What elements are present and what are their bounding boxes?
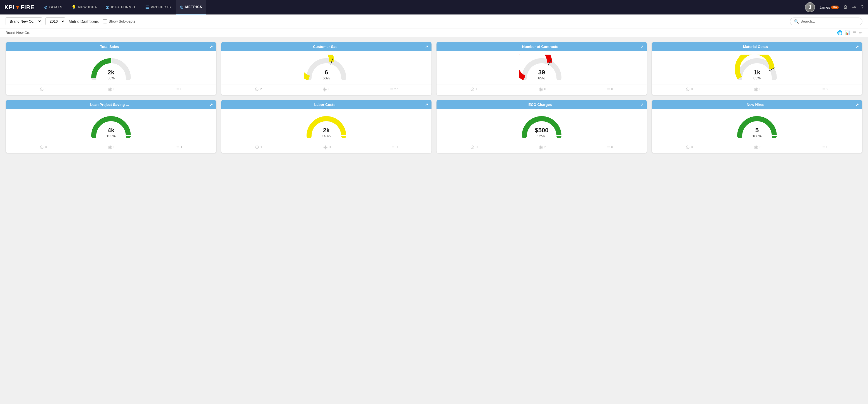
footer-item-new-hires-compass[interactable]: ⊙0	[686, 144, 693, 150]
gauge-eco-charges: $500125%	[519, 112, 564, 138]
expand-icon-labor-costs[interactable]: ↗	[425, 103, 428, 107]
footer-item-customer-sat-list[interactable]: ≡27	[390, 87, 398, 92]
svg-line-5	[341, 135, 346, 136]
expand-icon-material-costs[interactable]: ↗	[856, 44, 859, 49]
card-title-customer-sat: Customer Sat	[224, 44, 425, 49]
breadcrumb-bar: Brand New Co. 🌐 📊 ☰ ✏	[0, 28, 868, 37]
footer-item-lean-project-saving-gauge[interactable]: ◉0	[108, 144, 116, 150]
gauge-pct-lean-project-saving: 133%	[106, 134, 116, 138]
card-footer-labor-costs: ⊙1◉0≡0	[221, 142, 432, 153]
gauge-icon: ◉	[323, 144, 328, 150]
card-body-material-costs: 1k83%	[652, 51, 862, 84]
help-icon[interactable]: ?	[861, 4, 864, 10]
footer-item-labor-costs-list[interactable]: ≡0	[392, 144, 398, 150]
settings-icon[interactable]: ⚙	[843, 4, 848, 10]
edit-icon[interactable]: ✏	[859, 30, 862, 35]
show-subdepts-checkbox[interactable]	[103, 19, 107, 24]
card-body-total-sales: 2k50%	[6, 51, 216, 84]
gauge-value-total-sales: 2k	[107, 69, 115, 76]
chart-icon[interactable]: 📊	[845, 30, 850, 35]
compass-icon: ⊙	[686, 86, 690, 92]
footer-count-total-sales-compass: 1	[45, 87, 47, 91]
gauge-value-material-costs: 1k	[753, 69, 761, 76]
gauge-icon: ◉	[538, 144, 543, 150]
footer-item-labor-costs-gauge[interactable]: ◉0	[323, 144, 331, 150]
breadcrumb: Brand New Co.	[6, 31, 30, 35]
footer-item-number-of-contracts-list[interactable]: ≡0	[607, 87, 613, 92]
year-select[interactable]: 2016 2017 2018	[45, 17, 65, 25]
company-select[interactable]: Brand New Co.	[6, 17, 42, 25]
footer-item-new-hires-list[interactable]: ≡0	[822, 144, 828, 150]
logout-icon[interactable]: ⇥	[852, 4, 856, 10]
globe-icon[interactable]: 🌐	[837, 30, 843, 35]
metrics-icon: ◎	[180, 5, 184, 9]
svg-line-7	[772, 135, 777, 136]
card-title-number-of-contracts: Number of Contracts	[440, 44, 641, 49]
search-box[interactable]: 🔍	[790, 18, 862, 25]
gauge-pct-new-hires: 100%	[752, 134, 762, 138]
footer-item-labor-costs-compass[interactable]: ⊙1	[255, 144, 262, 150]
goals-icon: ⊙	[44, 5, 48, 9]
footer-count-labor-costs-list: 0	[396, 145, 398, 149]
footer-count-lean-project-saving-gauge: 0	[114, 145, 116, 149]
view-controls: 🌐 📊 ☰ ✏	[837, 30, 862, 35]
card-footer-new-hires: ⊙0◉3≡0	[652, 142, 862, 153]
avatar: J	[805, 2, 815, 12]
footer-item-eco-charges-gauge[interactable]: ◉2	[538, 144, 546, 150]
card-body-new-hires: 5100%	[652, 109, 862, 142]
footer-item-customer-sat-compass[interactable]: ⊙2	[255, 86, 262, 92]
card-title-lean-project-saving: Lean Project Saving ...	[9, 103, 210, 107]
footer-item-lean-project-saving-list[interactable]: ≡1	[176, 144, 182, 150]
expand-icon-total-sales[interactable]: ↗	[210, 44, 213, 49]
nav-goals[interactable]: ⊙ GOALS	[40, 0, 67, 14]
nav-metrics[interactable]: ◎ METRICS	[176, 0, 206, 14]
gauge-icon: ◉	[108, 86, 113, 92]
expand-icon-number-of-contracts[interactable]: ↗	[641, 44, 644, 49]
footer-item-material-costs-compass[interactable]: ⊙0	[686, 86, 693, 92]
nav-new-idea[interactable]: 💡 NEW IDEA	[67, 0, 101, 14]
svg-line-4	[126, 135, 131, 136]
gauge-icon: ◉	[108, 144, 113, 150]
footer-item-new-hires-gauge[interactable]: ◉3	[754, 144, 762, 150]
footer-count-customer-sat-gauge: 1	[328, 87, 330, 91]
footer-item-total-sales-compass[interactable]: ⊙1	[40, 86, 47, 92]
list-icon: ≡	[176, 144, 179, 150]
compass-icon: ⊙	[470, 144, 474, 150]
footer-item-material-costs-list[interactable]: ≡2	[822, 87, 828, 92]
list-icon: ≡	[607, 144, 610, 150]
svg-line-6	[556, 135, 561, 136]
footer-count-number-of-contracts-list: 0	[611, 87, 613, 91]
footer-item-eco-charges-list[interactable]: ≡0	[607, 144, 613, 150]
footer-item-material-costs-gauge[interactable]: ◉0	[754, 86, 762, 92]
expand-icon-new-hires[interactable]: ↗	[856, 103, 859, 107]
expand-icon-eco-charges[interactable]: ↗	[641, 103, 644, 107]
compass-icon: ⊙	[470, 86, 474, 92]
compass-icon: ⊙	[255, 144, 259, 150]
footer-item-customer-sat-gauge[interactable]: ◉1	[322, 86, 330, 92]
footer-count-eco-charges-compass: 0	[475, 145, 477, 149]
card-body-labor-costs: 2k143%	[221, 109, 432, 142]
footer-count-material-costs-gauge: 0	[760, 87, 762, 91]
footer-item-eco-charges-compass[interactable]: ⊙0	[470, 144, 477, 150]
gauge-icon: ◉	[322, 86, 327, 92]
gauge-pct-labor-costs: 143%	[321, 134, 331, 138]
footer-item-total-sales-list[interactable]: ≡0	[176, 87, 182, 92]
footer-item-total-sales-gauge[interactable]: ◉0	[108, 86, 116, 92]
user-info: James 10+	[819, 5, 839, 9]
expand-icon-lean-project-saving[interactable]: ↗	[210, 103, 213, 107]
expand-icon-customer-sat[interactable]: ↗	[425, 44, 428, 49]
compass-icon: ⊙	[686, 144, 690, 150]
nav-idea-funnel[interactable]: ⧖ IDEA FUNNEL	[102, 0, 140, 14]
app-logo: KPI ▼ FIRE	[4, 4, 35, 10]
footer-item-number-of-contracts-gauge[interactable]: ◉0	[538, 86, 546, 92]
footer-item-number-of-contracts-compass[interactable]: ⊙1	[470, 86, 477, 92]
nav-projects[interactable]: ☰ PROJECTS	[142, 0, 175, 14]
gauge-number-of-contracts: 3965%	[519, 55, 564, 80]
search-input[interactable]	[801, 19, 858, 24]
toolbar: Brand New Co. 2016 2017 2018 Metric Dash…	[0, 14, 868, 28]
table-icon[interactable]: ☰	[852, 30, 857, 35]
footer-item-lean-project-saving-compass[interactable]: ⊙0	[40, 144, 47, 150]
footer-count-new-hires-list: 0	[827, 145, 828, 149]
show-subdepts-label[interactable]: Show Sub-depts	[103, 19, 135, 24]
metric-card-eco-charges: ECO Charges↗$500125%⊙0◉2≡0	[436, 100, 647, 153]
